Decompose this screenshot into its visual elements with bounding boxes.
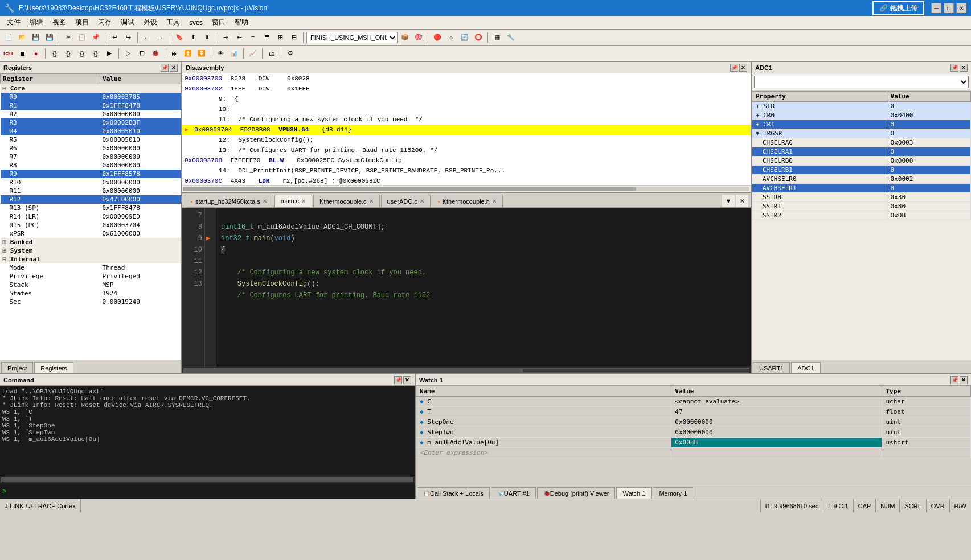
enter-expression-row[interactable]: <Enter expression> <box>416 448 971 458</box>
table-row[interactable]: R15 (PC) 0x00003704 <box>1 221 181 229</box>
table-row[interactable]: ◆ T 47 float <box>416 407 971 417</box>
table-row[interactable]: Privilege Privileged <box>1 272 181 281</box>
align2-btn[interactable]: ⊟ <box>288 31 300 44</box>
project-window-btn[interactable]: ▦ <box>491 31 503 44</box>
tab-adc1[interactable]: ADC1 <box>791 362 820 373</box>
indent-btn[interactable]: ⇥ <box>219 31 232 44</box>
bookmark-btn[interactable]: 🔖 <box>173 31 186 44</box>
table-row[interactable]: Sec 0.00019240 <box>1 298 181 306</box>
tab-close-all-btn[interactable]: ✕ <box>736 195 748 207</box>
registers-close-btn[interactable]: ✕ <box>170 64 178 72</box>
adc1-pin-btn[interactable]: 📌 <box>950 64 958 72</box>
menu-flash[interactable]: 闪存 <box>93 17 116 28</box>
build-manage-btn[interactable]: 📦 <box>399 31 411 44</box>
table-row[interactable]: CHSELRA0 0x0003 <box>752 138 971 147</box>
debug-btn[interactable]: 🐞 <box>149 47 162 60</box>
table-row[interactable]: CHSELRA1 0 <box>752 147 971 157</box>
table-row[interactable]: R10 0x00000000 <box>1 178 181 187</box>
tab-usart1[interactable]: USART1 <box>753 362 790 373</box>
menu-file[interactable]: 文件 <box>2 17 25 28</box>
table-row[interactable]: R14 (LR) 0x000009ED <box>1 212 181 221</box>
upload-btn[interactable]: 🔗 拖拽上传 <box>872 1 924 15</box>
table-row[interactable]: CHSELRB0 0x0000 <box>752 157 971 166</box>
cut-btn[interactable]: ✂ <box>62 31 75 44</box>
run-to-btn[interactable]: ▷ <box>122 47 134 60</box>
tab-close-kthermocouple[interactable]: ✕ <box>369 198 374 204</box>
indent2-btn[interactable]: ≡ <box>247 31 259 44</box>
table-row[interactable]: ◆ StepOne 0x00000000 uint <box>416 417 971 427</box>
config-btn[interactable]: 🔧 <box>505 31 517 44</box>
run-btn[interactable]: ● <box>30 47 42 60</box>
translate-btn[interactable]: 🔄 <box>458 31 471 44</box>
braces3-btn[interactable]: {} <box>76 47 88 60</box>
stop-btn[interactable]: ⭕ <box>472 31 485 44</box>
maximize-btn[interactable]: □ <box>944 3 954 13</box>
table-row[interactable]: R8 0x00000000 <box>1 161 181 170</box>
table-row[interactable]: R6 0x00000000 <box>1 144 181 153</box>
table-row[interactable]: ⊞ TRGSR 0 <box>752 129 971 138</box>
menu-view[interactable]: 视图 <box>48 17 71 28</box>
prev-bookmark-btn[interactable]: ⬆ <box>187 31 199 44</box>
table-row[interactable]: ◆ StepTwo 0x00000000 uint <box>416 427 971 438</box>
table-row[interactable]: AVCHSELR0 0x0002 <box>752 175 971 184</box>
table-row[interactable]: R11 0x00000000 <box>1 187 181 195</box>
tab-close-useradc[interactable]: ✕ <box>420 198 424 204</box>
redo-btn[interactable]: ↪ <box>122 31 134 44</box>
minimize-btn[interactable]: ─ <box>931 3 941 13</box>
table-row[interactable]: ◆ m_au16Adc1Value[0u] 0x003B ushort <box>416 438 971 448</box>
table-row[interactable]: ⊞ CR1 0 <box>752 120 971 129</box>
cmd-pin-btn[interactable]: 📌 <box>394 376 402 384</box>
table-row[interactable]: SSTR2 0x0B <box>752 211 971 220</box>
open-btn[interactable]: 📂 <box>16 31 28 44</box>
table-row[interactable]: R2 0x00000000 <box>1 110 181 118</box>
menu-svcs[interactable]: svcs <box>185 18 207 28</box>
disasm-pin-btn[interactable]: 📌 <box>730 64 738 72</box>
step-into2-btn[interactable]: ⏫ <box>182 47 194 60</box>
menu-window[interactable]: 窗口 <box>207 17 230 28</box>
tab-close-startup[interactable]: ✕ <box>263 198 267 204</box>
next-bookmark-btn[interactable]: ⬇ <box>200 31 213 44</box>
rst-btn[interactable]: RST <box>2 47 15 60</box>
table-row[interactable]: R1 0x1FFF8478 <box>1 101 181 110</box>
target-options-btn[interactable]: 🎯 <box>412 31 425 44</box>
table-row[interactable]: ⊞ CR0 0x0400 <box>752 111 971 120</box>
tab-startup[interactable]: ▪ startup_hc32f460kcta.s ✕ <box>185 195 273 207</box>
tab-useradc[interactable]: userADC.c ✕ <box>381 195 431 207</box>
tab-list-btn[interactable]: ▼ <box>722 195 735 207</box>
copy-btn[interactable]: 📋 <box>76 31 88 44</box>
table-row[interactable]: ◆ C <cannot evaluate> uchar <box>416 397 971 407</box>
tab-registers[interactable]: Registers <box>34 362 73 373</box>
cmd-close-btn[interactable]: ✕ <box>403 376 411 384</box>
command-input[interactable] <box>9 487 412 495</box>
table-row[interactable]: R13 (SP) 0x1FFF8478 <box>1 204 181 212</box>
watch-pin-btn[interactable]: 📌 <box>950 376 958 384</box>
table-row[interactable]: R0 0x00003705 <box>1 93 181 101</box>
close-btn[interactable]: ✕ <box>956 3 966 13</box>
tab-memory1[interactable]: Memory 1 <box>653 487 693 499</box>
nav-back-btn[interactable]: ← <box>141 31 153 44</box>
adc1-dropdown[interactable] <box>754 76 969 88</box>
watch-btn[interactable]: 👁 <box>214 47 227 60</box>
build-btn[interactable]: 🔴 <box>431 31 444 44</box>
adc1-close-btn[interactable]: ✕ <box>960 64 968 72</box>
tab-main[interactable]: main.c ✕ <box>274 195 312 207</box>
paste-btn[interactable]: 📌 <box>89 31 102 44</box>
step-over-btn[interactable]: ⏭ <box>168 47 181 60</box>
table-row[interactable]: R7 0x00000000 <box>1 153 181 161</box>
table-row[interactable]: SSTR0 0x30 <box>752 193 971 202</box>
tab-close-main[interactable]: ✕ <box>301 198 306 204</box>
menu-tools[interactable]: 工具 <box>162 17 185 28</box>
table-row[interactable]: xPSR 0x61000000 <box>1 229 181 238</box>
tab-close-kthermoh[interactable]: ✕ <box>492 198 497 204</box>
step-out-btn[interactable]: ⏬ <box>195 47 208 60</box>
table-row[interactable]: ⊞ STR 0 <box>752 102 971 111</box>
stop2-btn[interactable]: ⏹ <box>16 47 28 60</box>
table-row[interactable]: R5 0x00005010 <box>1 135 181 144</box>
braces1-btn[interactable]: {} <box>48 47 61 60</box>
show-next-btn[interactable]: ⊡ <box>136 47 148 60</box>
table-row[interactable]: R4 0x00005010 <box>1 127 181 135</box>
outdent2-btn[interactable]: ≣ <box>260 31 273 44</box>
menu-peripherals[interactable]: 外设 <box>139 17 162 28</box>
setup-btn[interactable]: ⚙ <box>284 47 297 60</box>
table-row[interactable]: SSTR1 0x80 <box>752 202 971 211</box>
